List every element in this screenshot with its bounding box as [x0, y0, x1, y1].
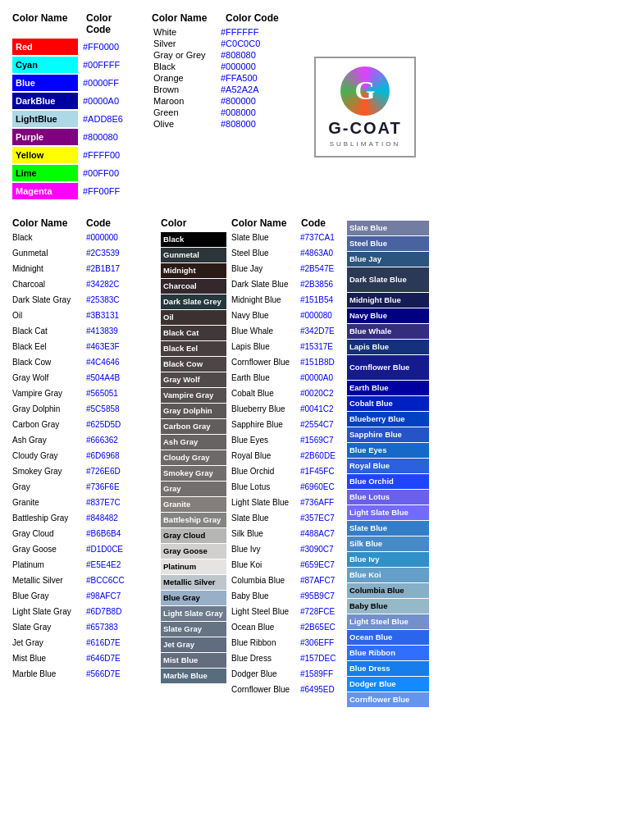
color-code: #2B547E	[299, 263, 336, 274]
main-right-row: Sapphire Blue#2554C7	[231, 419, 342, 434]
color-code: #B6B6B4	[84, 528, 122, 539]
main-right-row: Dodger Blue#1589FF	[231, 669, 342, 683]
color-name: Orange	[152, 73, 217, 83]
main-left-row: Metallic Silver#BCC6CC	[12, 575, 156, 590]
color-code: #0020C2	[299, 388, 336, 399]
color-code: #4863A0	[299, 248, 335, 258]
color-code: #00FF00	[78, 168, 124, 178]
left-header: Color Name Code	[12, 217, 156, 229]
color-code: #5C5858	[84, 404, 121, 414]
basic-color-table-left: Color Name Color Code Red#FF0000Cyan#00F…	[12, 12, 135, 201]
col-header-name2: Color Name	[152, 12, 226, 24]
left-swatch: Light Slate Gray	[161, 606, 226, 621]
color-code: #D1D0CE	[84, 544, 125, 555]
color-name: Charcoal	[12, 279, 84, 290]
main-right-row: Slate Blue#357EC7	[231, 513, 342, 527]
color-name: Slate Gray	[12, 622, 84, 632]
color-code: #0000FF	[78, 78, 124, 88]
color-code: #151B8D	[299, 357, 336, 368]
color-code: #2554C7	[299, 419, 336, 430]
right-col-name-header: Color Name	[231, 217, 301, 229]
color-name: Silver	[152, 39, 217, 48]
left-swatch: Gray Cloud	[161, 528, 226, 543]
color-code: #808000	[217, 119, 259, 129]
left-swatch: Mist Blue	[161, 653, 226, 668]
col-header-code: Color Code	[86, 12, 135, 35]
color-code: #736F6E	[84, 482, 121, 492]
color-code: #625D5D	[84, 419, 122, 430]
left-col-name-header: Color Name	[12, 217, 86, 229]
color-name: Blue Koi	[231, 559, 299, 570]
left-swatch: Black Cat	[161, 326, 226, 340]
color-name: Marble Blue	[12, 669, 84, 679]
color-swatch: Yellow	[12, 147, 78, 163]
main-left-row: Carbon Gray#625D5D	[12, 419, 156, 434]
color-code: #00FFFF	[78, 60, 125, 70]
right-swatch: Blue Koi	[347, 568, 429, 582]
color-code: #3B3131	[84, 310, 121, 321]
main-right-row: Blue Dress#157DEC	[231, 653, 342, 668]
color-code: #736AFF	[299, 497, 336, 508]
main-right-row: Blue Koi#659EC7	[231, 559, 342, 574]
logo-circle: G	[340, 66, 390, 116]
color-name: Cornflower Blue	[231, 684, 299, 695]
color-code: #728FCE	[299, 606, 336, 617]
main-right-row: Blue Ivy#3090C7	[231, 544, 342, 559]
color-name: Black Cow	[12, 357, 84, 368]
left-swatch: Midnight	[161, 263, 226, 278]
color-code: #566D7E	[84, 669, 122, 679]
top-right-row: Green#008000	[152, 107, 283, 117]
main-right-row: Baby Blue#95B9C7	[231, 591, 342, 605]
left-swatch: Gray Wolf	[161, 372, 226, 387]
color-code: #ADD8E6	[78, 114, 128, 124]
color-code: #0000A0	[299, 372, 335, 383]
left-swatch: Platinum	[161, 559, 226, 574]
right-swatch: Blue Jay	[347, 252, 429, 267]
color-name: Blue Ribbon	[231, 637, 299, 648]
top-left-row: DarkBlue#0000A0	[12, 93, 135, 109]
main-right-row: Cobalt Blue#0020C2	[231, 388, 342, 403]
color-code: #6495ED	[299, 684, 336, 695]
right-name-code-rows: Slate Blue#737CA1Steel Blue#4863A0Blue J…	[231, 232, 342, 699]
top-right-row: Silver#C0C0C0	[152, 39, 283, 48]
color-name: Gray Cloud	[12, 528, 84, 539]
color-code: #95B9C7	[299, 591, 336, 601]
top-section: Color Name Color Code Red#FF0000Cyan#00F…	[12, 12, 618, 201]
col-header-code2: Color Code	[226, 12, 283, 24]
main-right-row: Ocean Blue#2B65EC	[231, 622, 342, 637]
left-swatch: Smokey Gray	[161, 466, 226, 481]
right-swatch: Blue Whale	[347, 324, 429, 339]
color-name: Dark Slate Gray	[12, 294, 84, 305]
top-left-row: LightBlue#ADD8E6	[12, 111, 135, 127]
color-code: #87AFC7	[299, 575, 336, 586]
color-code: #737CA1	[299, 232, 336, 243]
right-swatch: Cornflower Blue	[347, 692, 429, 707]
color-name: Jet Gray	[12, 637, 84, 648]
right-swatch: Steel Blue	[347, 236, 429, 251]
color-name: Blue Dress	[231, 653, 299, 664]
color-code: #6D7B8D	[84, 606, 123, 617]
color-name: Light Slate Blue	[231, 497, 299, 508]
color-code: #666362	[84, 435, 120, 445]
color-code: #FFA500	[217, 73, 261, 83]
color-name: Lapis Blue	[231, 341, 299, 352]
color-code: #C0C0C0	[217, 39, 263, 48]
main-left-row: Gray Cloud#B6B6B4	[12, 528, 156, 543]
logo-g-text: G-COAT	[328, 119, 401, 137]
main-right-row: Blue Lotus#6960EC	[231, 482, 342, 496]
right-col-code-header: Code	[301, 217, 342, 229]
main-right-row: Cornflower Blue#151B8D	[231, 357, 342, 372]
color-code: #488AC7	[299, 528, 336, 539]
top-right-row: Gray or Grey#808080	[152, 50, 283, 60]
left-swatch: Black Eel	[161, 341, 226, 356]
main-right-row: Blue Whale#342D7E	[231, 326, 342, 340]
color-code: #2B65EC	[299, 622, 337, 632]
top-left-row: Red#FF0000	[12, 39, 135, 55]
main-left-row: Vampire Gray#565051	[12, 388, 156, 403]
top-right-row: White#FFFFFF	[152, 27, 283, 37]
color-name: Blue Whale	[231, 326, 299, 336]
color-name: Gray Wolf	[12, 372, 84, 383]
color-name: Dodger Blue	[231, 669, 299, 679]
color-code: #726E6D	[84, 466, 122, 477]
color-code: #34282C	[84, 279, 121, 290]
